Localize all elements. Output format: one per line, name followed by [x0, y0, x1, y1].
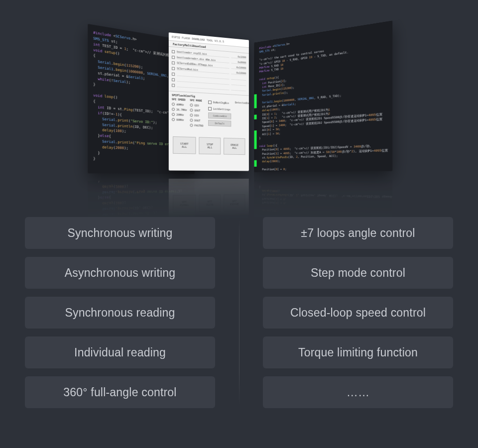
- feature-pill: Closed-loop speed control: [263, 297, 453, 329]
- spi-mode-label: SPI MODE: [190, 99, 204, 102]
- hero-windows: #include <SCServo.h> SMS_STS st; int TES…: [0, 22, 478, 202]
- file-checkbox[interactable]: [172, 55, 175, 59]
- change-gutter: [254, 42, 256, 172]
- reflection: delay(2000); Position[0] = 0; Position[1…: [254, 180, 392, 223]
- start-all-button[interactable]: STARTALL: [173, 136, 196, 154]
- file-checkbox[interactable]: [172, 67, 175, 70]
- spi-mode-option[interactable]: FASTRD: [190, 123, 204, 128]
- right-code-content: #include <SCServo.h> SMS_STS st; "c-cm">…: [254, 20, 392, 172]
- file-addr: 0x10000: [231, 65, 246, 70]
- feature-pill: Synchronous reading: [25, 297, 215, 329]
- flash-tool-window: ESP32 FLASH DOWNLOAD TOOL V3.8.5 Factory…: [169, 32, 249, 171]
- run-buttons-row: STARTALLSTOPALLERASEALL: [169, 132, 249, 159]
- change-marker: [254, 114, 256, 119]
- code-window-right: #include <SCServo.h> SMS_STS st; "c-cm">…: [254, 20, 392, 172]
- spi-speed-label: SPI SPEED: [172, 98, 187, 102]
- change-marker: [254, 94, 256, 108]
- file-addr: 0x10000: [231, 71, 246, 75]
- combinebin-button[interactable]: CombineBin: [208, 112, 231, 119]
- file-checkbox[interactable]: [172, 50, 175, 53]
- stop-all-button[interactable]: STOPALL: [199, 137, 221, 154]
- detected-info-label: DetectedInfo: [235, 101, 249, 105]
- file-checkbox[interactable]: [172, 61, 175, 65]
- file-list: bootloader_esp32.bin 0x1000 bootloaderad…: [169, 47, 249, 96]
- donotchg-check[interactable]: DoNotChgBin: [213, 101, 229, 105]
- default-button[interactable]: Default: [208, 120, 231, 127]
- spi-speed-option[interactable]: 80MHz: [172, 117, 187, 122]
- erase-all-button[interactable]: ERASEALL: [224, 138, 245, 155]
- feature-pill: ±7 loops angle control: [263, 217, 453, 249]
- reflection: STARTALLSTOPALLERASEALL: [169, 179, 249, 220]
- feature-pill: Step mode control: [263, 257, 453, 289]
- feature-pill: ……: [263, 376, 453, 408]
- feature-pill: Synchronous writing: [25, 217, 215, 249]
- feature-pill: Asynchronous writing: [25, 257, 215, 289]
- feature-pill: Torque limiting function: [263, 336, 453, 368]
- feature-pill: Individual reading: [25, 336, 215, 368]
- change-marker: [254, 130, 256, 149]
- feature-grid: Synchronous writingAsynchronous writingS…: [0, 217, 478, 408]
- file-addr: 0x1000: [231, 55, 246, 59]
- locksettings-check[interactable]: LockSettings: [213, 107, 231, 111]
- feature-pill: 360° full-angle control: [25, 376, 215, 408]
- change-marker: [254, 160, 256, 167]
- file-addr: 0x8000: [231, 60, 246, 64]
